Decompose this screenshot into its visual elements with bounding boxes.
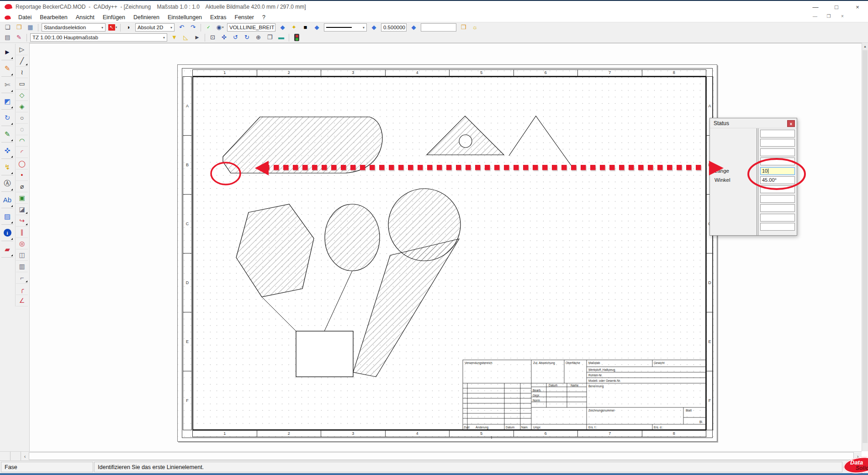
pick-arrow-icon[interactable]: ▷	[16, 44, 28, 55]
drawing-canvas[interactable]: 12345678 12345678 ABCDEF ABCDEF	[30, 43, 862, 451]
parallel-lines-icon[interactable]: ∥	[16, 227, 28, 238]
mirror-panels-icon[interactable]: ▥	[16, 261, 28, 272]
menu-einstellungen[interactable]: Einstellungen	[164, 13, 206, 21]
splitter-box[interactable]	[11, 452, 21, 460]
pan-hand-icon[interactable]: ✜	[219, 33, 229, 42]
field-input-empty[interactable]	[760, 195, 795, 203]
menu-extras[interactable]: Extras	[206, 13, 230, 21]
rectangle-tool-icon[interactable]: ▭	[16, 78, 28, 90]
horizontal-scroll-thumb[interactable]	[29, 452, 854, 460]
scroll-up-icon[interactable]: ▴	[862, 43, 868, 50]
set-square-icon[interactable]: ◺	[180, 33, 191, 42]
field-input-winkel[interactable]: 45.00°	[760, 176, 795, 184]
box-3d-icon[interactable]: ◫	[16, 249, 28, 261]
annotate-pen-icon[interactable]: ✎	[1, 126, 13, 142]
field-input-empty[interactable]	[760, 148, 795, 156]
ellipse-tool-icon[interactable]: ⌀	[16, 181, 28, 192]
linetype-field[interactable]: VOLLLINIE_BREIT	[227, 23, 275, 32]
status-window-title[interactable]: Status	[710, 118, 797, 128]
view-previous-icon[interactable]: ↺	[230, 33, 241, 42]
offset-contour-icon[interactable]: ⌐	[16, 272, 28, 284]
scale-dropdown[interactable]: TZ 1.00:1.00 Hauptmaßstab▾	[30, 33, 167, 42]
coordinate-mode-dropdown[interactable]: Absolut 2D▾	[135, 23, 175, 32]
circle-in-polygon-icon[interactable]: ◈	[16, 101, 28, 112]
zoom-window-icon[interactable]: ⊡	[207, 33, 218, 42]
shape-hexagon[interactable]	[236, 204, 314, 297]
info-tool-icon[interactable]: i	[1, 225, 13, 241]
save-icon[interactable]: ▦	[25, 23, 36, 32]
traffic-light-icon[interactable]: ●	[291, 33, 302, 42]
grid-snap-icon[interactable]: ✓	[203, 23, 214, 32]
field-input-empty[interactable]	[760, 223, 795, 231]
donut-circle-icon[interactable]: ◯	[16, 158, 28, 169]
layer-diamond-icon[interactable]: ◆	[277, 23, 288, 32]
extra-parameter-field[interactable]	[421, 23, 456, 32]
pen-bulb-icon[interactable]: ✦	[289, 23, 299, 32]
selection-color-icon[interactable]: ↖▾	[107, 23, 118, 32]
quick-modify-icon[interactable]: ↯	[1, 159, 13, 175]
zoom-all-icon[interactable]: ⊕	[253, 33, 264, 42]
menu-datei[interactable]: Datei	[14, 13, 36, 21]
circle-radius-icon[interactable]: ○	[16, 112, 28, 124]
menu-?[interactable]: ?	[258, 13, 270, 21]
menu-ansicht[interactable]: Ansicht	[72, 13, 99, 21]
vertical-scrollbar[interactable]: ▴	[862, 43, 868, 451]
pen-settings-icon[interactable]: ✎	[14, 33, 24, 42]
light-assistant-icon[interactable]: ☼	[470, 23, 480, 32]
drawing-sheet[interactable]: 12345678 12345678 ABCDEF ABCDEF	[177, 64, 717, 442]
linestyle-diamond-icon[interactable]: ◆	[369, 23, 379, 32]
field-input-empty[interactable]	[760, 185, 795, 193]
mdi-close-button[interactable]: ×	[839, 14, 846, 19]
contour-oval-icon[interactable]: ◎	[16, 238, 28, 249]
field-input-empty[interactable]	[760, 204, 795, 212]
pen-diamond-icon[interactable]: ◆	[312, 23, 322, 32]
shape-ellipse[interactable]	[325, 204, 380, 271]
chamfer-corner-icon[interactable]: ∠	[16, 295, 28, 306]
connector-line-ellipse[interactable]	[324, 271, 352, 331]
shape-open-triangle[interactable]	[509, 116, 573, 169]
snap-cross-icon[interactable]: ✜	[1, 142, 13, 159]
menu-bearbeiten[interactable]: Bearbeiten	[36, 13, 71, 21]
eraser-icon[interactable]: ▰	[1, 241, 13, 258]
linewidth-diamond-icon[interactable]: ◆	[408, 23, 419, 32]
minimize-button[interactable]: —	[805, 1, 826, 13]
group-folder-icon[interactable]: ❒	[458, 23, 469, 32]
hatch-tool-icon[interactable]: ▨	[1, 208, 13, 225]
shape-triangle-with-hole[interactable]	[427, 116, 504, 155]
redo-icon[interactable]: ↷	[188, 23, 198, 32]
arc-3point-icon[interactable]: ◠	[16, 135, 28, 147]
view-next-icon[interactable]: ↻	[242, 33, 252, 42]
field-input-empty[interactable]	[760, 158, 795, 165]
arc-tangent-icon[interactable]: ◜	[16, 147, 28, 158]
line-width-field[interactable]: 0.500000	[381, 23, 407, 32]
pen-color-icon[interactable]: ■	[300, 23, 311, 32]
shape-flat-bar[interactable]	[223, 117, 382, 173]
ellipse-in-rect-icon[interactable]: ▣	[16, 192, 28, 204]
selection-mode-dropdown[interactable]: Standardselektion▾	[42, 23, 106, 32]
copy-rotate-icon[interactable]: ↻	[1, 110, 13, 126]
field-input-länge[interactable]: 10	[760, 167, 795, 175]
text-tool-icon[interactable]: Ab	[1, 192, 13, 208]
scroll-left-icon[interactable]: ‹	[21, 452, 29, 460]
line-tool-icon[interactable]: ╱	[16, 55, 28, 67]
new-document-icon[interactable]: ❏	[2, 23, 13, 32]
menu-einfgen[interactable]: Einfügen	[99, 13, 129, 21]
select-arrow-icon[interactable]: ►	[1, 44, 13, 60]
field-input-empty[interactable]	[760, 214, 795, 222]
line-style-dropdown[interactable]: ▾	[324, 23, 367, 32]
cad-drawing[interactable]: Verwendungsbereich Zul. Abweichung Oberf…	[178, 65, 718, 442]
status-window[interactable]: Status x Länge10Winkel45.00°	[709, 118, 797, 236]
vertical-scroll-thumb[interactable]	[863, 50, 868, 443]
edit-tools-icon[interactable]: ✄	[1, 77, 13, 93]
shape-circle-large[interactable]	[388, 189, 460, 261]
trim-hatch-icon[interactable]: ◩	[1, 93, 13, 110]
shape-rectangle[interactable]	[296, 331, 353, 377]
circle-points-icon[interactable]: ◌	[16, 124, 28, 135]
snap-options-icon[interactable]: ◉▾	[215, 23, 225, 32]
polygon-tool-icon[interactable]: ◇	[16, 90, 28, 101]
measure-funnel-icon[interactable]: ▼	[169, 33, 180, 42]
horizontal-scrollbar[interactable]: ‹ ›	[0, 451, 862, 460]
field-input-empty[interactable]	[760, 139, 795, 147]
polyline-tool-icon[interactable]: ≀	[16, 67, 28, 78]
sketch-pencil-icon[interactable]: ✎	[1, 60, 13, 77]
